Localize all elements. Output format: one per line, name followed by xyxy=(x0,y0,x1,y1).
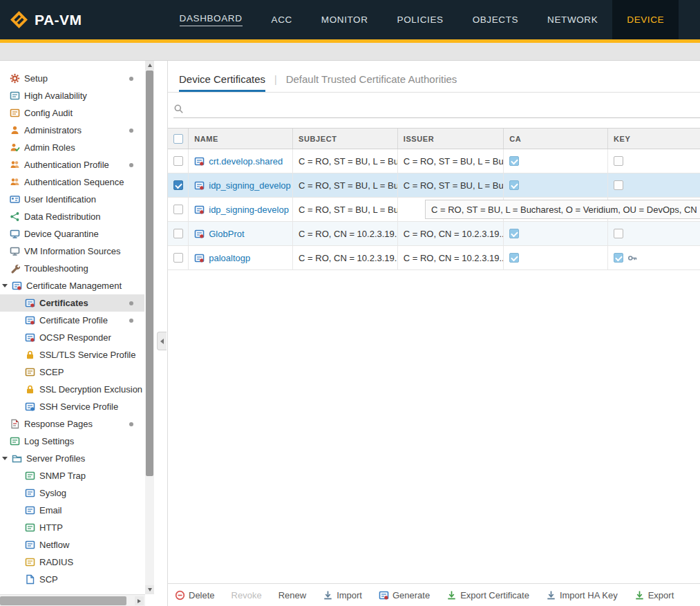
column-header-key[interactable]: KEY xyxy=(607,129,700,149)
sidebar-vertical-scrollbar[interactable] xyxy=(145,61,154,594)
row-checkbox[interactable] xyxy=(173,205,183,214)
vertical-scrollbar-thumb[interactable] xyxy=(146,70,153,476)
nav-tab-network[interactable]: NETWORK xyxy=(533,0,612,39)
table-row[interactable]: paloaltogpC = RO, CN = 10.2.3.19...C = R… xyxy=(168,246,700,270)
app-root: PA-VM DASHBOARDACCMONITORPOLICIESOBJECTS… xyxy=(0,0,700,606)
sidebar-item-scp[interactable]: SCP xyxy=(0,571,144,588)
search-input[interactable] xyxy=(187,101,700,116)
ca-checkbox[interactable] xyxy=(509,156,519,166)
sidebar-item-setup[interactable]: Setup xyxy=(0,70,144,87)
column-header-ca[interactable]: CA xyxy=(503,129,607,149)
column-header-name[interactable]: NAME xyxy=(188,129,292,149)
delete-button[interactable]: Delete xyxy=(175,590,215,600)
row-checkbox[interactable] xyxy=(173,229,183,238)
sidebar-item-user-identification[interactable]: User Identification xyxy=(0,191,144,208)
horizontal-scrollbar-thumb[interactable] xyxy=(0,596,126,605)
nav-tab-acc[interactable]: ACC xyxy=(257,0,307,39)
sidebar-horizontal-scrollbar[interactable] xyxy=(0,594,145,606)
sidebar-item-certificate-profile[interactable]: Certificate Profile xyxy=(0,312,144,329)
nav-tab-policies[interactable]: POLICIES xyxy=(383,0,458,39)
row-checkbox[interactable] xyxy=(173,180,183,190)
table-row[interactable]: idp_signing_developC = RO, ST = BU, L = … xyxy=(168,173,700,198)
sidebar-item-authentication-sequence[interactable]: Authentication Sequence xyxy=(0,173,144,191)
sidebar-item-email[interactable]: Email xyxy=(0,502,144,519)
sidebar-item-server-profiles[interactable]: Server Profiles xyxy=(0,450,144,467)
sidebar-item-admin-roles[interactable]: Admin Roles xyxy=(0,139,144,156)
certificate-link[interactable]: idp_signing_develop xyxy=(209,180,291,191)
sidebar: SetupHigh AvailabilityConfig AuditAdmini… xyxy=(0,61,168,606)
sidebar-item-device-quarantine[interactable]: Device Quarantine xyxy=(0,225,144,243)
certificate-link[interactable]: crt.develop.shared xyxy=(209,156,283,167)
ca-checkbox[interactable] xyxy=(509,180,519,190)
sidebar-item-vm-information-sources[interactable]: VM Information Sources xyxy=(0,243,144,260)
nav-tab-label: POLICIES xyxy=(397,15,444,25)
revoke-button[interactable]: Revoke xyxy=(231,590,262,600)
share-icon xyxy=(10,211,20,222)
sidebar-item-config-audit[interactable]: Config Audit xyxy=(0,104,144,122)
ca-checkbox[interactable] xyxy=(509,253,519,263)
key-checkbox[interactable] xyxy=(614,253,623,263)
import-button[interactable]: Import xyxy=(323,590,362,600)
table-cell-subject: C = RO, CN = 10.2.3.19... xyxy=(292,246,397,269)
sidebar-item-troubleshooting[interactable]: Troubleshooting xyxy=(0,260,144,277)
nav-tab-monitor[interactable]: MONITOR xyxy=(307,0,383,39)
cert-icon xyxy=(194,156,205,167)
sidebar-collapse-handle[interactable] xyxy=(157,332,167,350)
certificate-link[interactable]: paloaltogp xyxy=(209,253,250,263)
caret-down-icon[interactable] xyxy=(2,457,8,460)
brand[interactable]: PA-VM xyxy=(0,0,82,39)
ca-checkbox[interactable] xyxy=(509,229,519,238)
scroll-right-icon[interactable] xyxy=(135,596,144,605)
renew-button[interactable]: Renew xyxy=(278,590,306,600)
tab-device-certificates[interactable]: Device Certificates xyxy=(179,73,265,92)
sidebar-item-ssl-tls-service-profile[interactable]: SSL/TLS Service Profile xyxy=(0,346,144,363)
key-checkbox[interactable] xyxy=(614,229,623,238)
certificate-link[interactable]: idp_signing-develop xyxy=(209,205,289,215)
sidebar-item-certificates[interactable]: Certificates xyxy=(0,294,144,312)
sidebar-item-administrators[interactable]: Administrators xyxy=(0,122,144,139)
sidebar-item-snmp-trap[interactable]: SNMP Trap xyxy=(0,467,144,484)
generate-button[interactable]: Generate xyxy=(379,590,430,600)
table-row[interactable]: GlobProtC = RO, CN = 10.2.3.19...C = RO,… xyxy=(168,222,700,246)
scroll-down-icon[interactable] xyxy=(145,585,154,594)
select-all-checkbox[interactable] xyxy=(173,134,183,144)
scroll-up-icon[interactable] xyxy=(145,61,154,70)
toolbar-button-label: Export Certificate xyxy=(460,590,529,600)
sidebar-item-response-pages[interactable]: Response Pages xyxy=(0,415,144,433)
sidebar-item-data-redistribution[interactable]: Data Redistribution xyxy=(0,208,144,225)
sidebar-item-ssh-service-profile[interactable]: SSH Service Profile xyxy=(0,398,144,415)
certificate-link[interactable]: GlobProt xyxy=(209,229,244,239)
nav-tab-dashboard[interactable]: DASHBOARD xyxy=(165,0,257,39)
sidebar-item-certificate-management[interactable]: Certificate Management xyxy=(0,277,144,294)
column-header-subject[interactable]: SUBJECT xyxy=(292,129,397,149)
table-row[interactable]: crt.develop.sharedC = RO, ST = BU, L = B… xyxy=(168,149,700,173)
sidebar-item-netflow[interactable]: Netflow xyxy=(0,536,144,553)
import-ha-key-button[interactable]: Import HA Key xyxy=(546,590,618,600)
export-certificate-button[interactable]: Export Certificate xyxy=(446,590,529,600)
sidebar-item-ocsp-responder[interactable]: OCSP Responder xyxy=(0,329,144,346)
sidebar-item-ssl-decryption-exclusion[interactable]: SSL Decryption Exclusion xyxy=(0,381,144,398)
tray-arrow-icon xyxy=(546,590,556,600)
row-checkbox[interactable] xyxy=(173,253,183,263)
key-checkbox[interactable] xyxy=(614,180,623,190)
tab-default-trusted-certificate-authorities[interactable]: Default Trusted Certificate Authorities xyxy=(286,73,457,92)
sidebar-item-scep[interactable]: SCEP xyxy=(0,363,144,381)
cert-icon xyxy=(25,332,35,343)
person-icon xyxy=(10,125,20,135)
sidebar-item-radius[interactable]: RADIUS xyxy=(0,553,144,571)
cert-icon xyxy=(379,590,389,600)
row-checkbox[interactable] xyxy=(173,156,183,166)
table-row[interactable]: idp_signing-developC = RO, ST = BU, L = … xyxy=(168,198,700,222)
sidebar-item-high-availability[interactable]: High Availability xyxy=(0,87,144,104)
key-checkbox[interactable] xyxy=(614,156,623,166)
sidebar-item-log-settings[interactable]: Log Settings xyxy=(0,433,144,450)
sidebar-item-http[interactable]: HTTP xyxy=(0,519,144,536)
column-header-issuer[interactable]: ISSUER xyxy=(397,129,503,149)
caret-down-icon[interactable] xyxy=(2,284,8,287)
export-button[interactable]: Export xyxy=(634,590,674,600)
monitor-icon xyxy=(10,246,20,256)
nav-tab-objects[interactable]: OBJECTS xyxy=(458,0,533,39)
nav-tab-device[interactable]: DEVICE xyxy=(612,0,679,39)
sidebar-item-syslog[interactable]: Syslog xyxy=(0,484,144,502)
sidebar-item-authentication-profile[interactable]: Authentication Profile xyxy=(0,156,144,173)
